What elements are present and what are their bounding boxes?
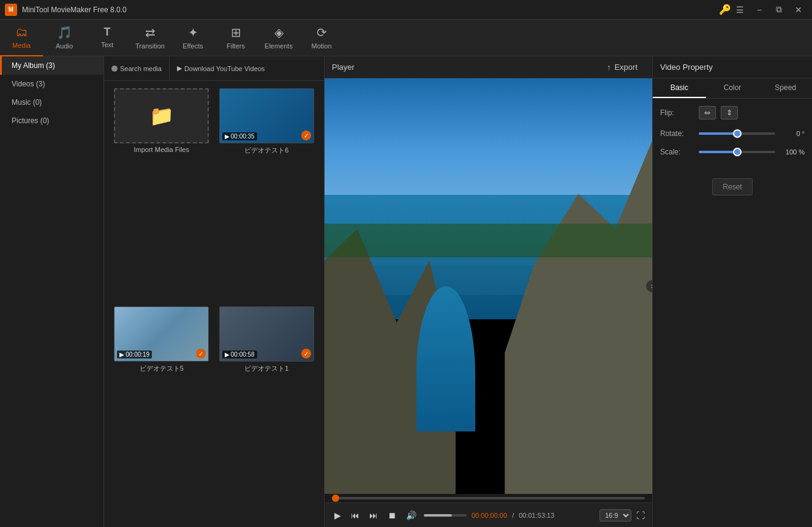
toolbar-filters[interactable]: ⊞ Filters bbox=[214, 20, 257, 56]
left-panel: My Album (3) Videos (3) Music (0) Pictur… bbox=[0, 56, 104, 527]
media-item-video1[interactable]: ▶ 00:00:58 ✓ ビデオテスト1 bbox=[217, 306, 317, 520]
player-controls: ▶ ⏮ ⏭ ⏹ 🔊 00:00:00:00 / 00:01:53:13 16:9… bbox=[325, 502, 652, 527]
scale-slider-container bbox=[699, 151, 775, 153]
flip-label: Flip: bbox=[660, 108, 694, 117]
export-button[interactable]: ↑ Export bbox=[600, 60, 645, 74]
window-controls: ☰ − ⧉ ✕ bbox=[731, 4, 807, 16]
minimize-button[interactable]: − bbox=[751, 4, 768, 16]
fullscreen-button[interactable]: ⛶ bbox=[636, 510, 645, 520]
player-title: Player bbox=[332, 63, 600, 72]
video5-label: ビデオテスト5 bbox=[140, 364, 184, 373]
key-icon: 🔑 bbox=[719, 4, 731, 15]
search-media-button[interactable]: Search media bbox=[104, 56, 169, 80]
export-icon: ↑ bbox=[607, 63, 611, 72]
rotate-slider-fill bbox=[699, 132, 737, 135]
rotate-slider[interactable] bbox=[699, 132, 775, 135]
volume-button[interactable]: 🔊 bbox=[404, 509, 419, 521]
prev-button[interactable]: ⏮ bbox=[348, 509, 362, 521]
sidebar-item-music[interactable]: Music (0) bbox=[0, 93, 103, 112]
flip-vertical-button[interactable]: ⇕ bbox=[721, 106, 738, 119]
player-header: Player ↑ Export bbox=[325, 56, 652, 78]
progress-bar[interactable] bbox=[332, 497, 645, 499]
scale-label: Scale: bbox=[660, 148, 694, 156]
stop-button[interactable]: ⏹ bbox=[385, 509, 399, 521]
close-button[interactable]: ✕ bbox=[790, 4, 807, 16]
export-label: Export bbox=[614, 63, 637, 72]
toolbar-elements[interactable]: ◈ Elements bbox=[257, 20, 300, 56]
toolbar-effects[interactable]: ✦ Effects bbox=[171, 20, 214, 56]
restore-button[interactable]: ⧉ bbox=[770, 4, 788, 16]
scale-slider-handle[interactable] bbox=[733, 148, 742, 156]
toolbar-audio-label: Audio bbox=[56, 42, 73, 50]
toolbar-text[interactable]: T Text bbox=[86, 20, 129, 56]
flip-horizontal-button[interactable]: ⇔ bbox=[699, 106, 716, 119]
right-panel: Video Property Basic Color Speed Flip: ⇔… bbox=[653, 56, 812, 527]
text-icon: T bbox=[104, 26, 111, 39]
media-item-video6[interactable]: ▶ 00:00:35 ✓ ビデオテスト6 bbox=[217, 88, 317, 301]
download-icon: ▶ bbox=[177, 64, 182, 72]
toolbar-media[interactable]: 🗂 Media bbox=[0, 20, 43, 56]
video5-thumb: ▶ 00:00:19 ✓ bbox=[114, 306, 209, 362]
aspect-ratio-select[interactable]: 16:9 4:3 1:1 9:16 bbox=[600, 509, 631, 521]
titlebar: M MiniTool MovieMaker Free 8.0.0 🔑 ☰ − ⧉… bbox=[0, 0, 812, 20]
flip-row: Flip: ⇔ ⇕ bbox=[660, 106, 805, 119]
rotate-slider-handle[interactable] bbox=[733, 129, 742, 138]
video1-duration: ▶ 00:00:58 bbox=[222, 351, 257, 358]
import-thumb[interactable]: 📁 bbox=[114, 88, 209, 143]
search-dot-icon bbox=[111, 66, 118, 72]
audio-icon: 🎵 bbox=[57, 25, 72, 40]
media-item-video5[interactable]: ▶ 00:00:19 ✓ ビデオテスト5 bbox=[111, 306, 212, 520]
progress-container[interactable] bbox=[325, 494, 652, 502]
play-button[interactable]: ▶ bbox=[332, 509, 344, 521]
progress-handle[interactable] bbox=[332, 495, 339, 502]
player-panel: Player ↑ Export › bbox=[325, 56, 653, 527]
toolbar-elements-label: Elements bbox=[265, 42, 293, 50]
toolbar: 🗂 Media 🎵 Audio T Text ⇄ Transition ✦ Ef… bbox=[0, 20, 812, 56]
property-body: Flip: ⇔ ⇕ Rotate: 0 ° Scale: bbox=[653, 99, 812, 203]
motion-icon: ⟳ bbox=[317, 25, 327, 40]
sidebar-item-videos[interactable]: Videos (3) bbox=[0, 75, 103, 93]
tab-color[interactable]: Color bbox=[706, 78, 759, 98]
import-label: Import Media Files bbox=[134, 146, 189, 153]
sidebar-my-album-label: My Album (3) bbox=[12, 61, 55, 70]
scale-row: Scale: 100 % bbox=[660, 148, 805, 156]
reset-button[interactable]: Reset bbox=[712, 178, 752, 195]
scale-slider[interactable] bbox=[699, 151, 775, 153]
scale-slider-fill bbox=[699, 151, 737, 153]
rotate-value: 0 ° bbox=[780, 130, 805, 137]
toolbar-motion[interactable]: ⟳ Motion bbox=[300, 20, 343, 56]
download-label: Download YouTube Videos bbox=[184, 65, 265, 72]
video6-duration: ▶ 00:00:35 bbox=[222, 132, 257, 140]
tab-speed[interactable]: Speed bbox=[759, 78, 812, 98]
filters-icon: ⊞ bbox=[231, 25, 241, 40]
download-youtube-button[interactable]: ▶ Download YouTube Videos bbox=[169, 56, 273, 80]
media-panel: Search media ▶ Download YouTube Videos 📁… bbox=[104, 56, 325, 527]
import-media-item[interactable]: 📁 Import Media Files bbox=[111, 88, 212, 301]
video5-duration: ▶ 00:00:19 bbox=[117, 351, 152, 358]
sidebar-item-pictures[interactable]: Pictures (0) bbox=[0, 112, 103, 130]
toolbar-text-label: Text bbox=[101, 41, 113, 48]
video1-label: ビデオテスト1 bbox=[244, 364, 288, 373]
toolbar-media-label: Media bbox=[12, 42, 31, 49]
tab-basic[interactable]: Basic bbox=[653, 78, 706, 98]
video-icon-small2: ▶ bbox=[119, 351, 124, 358]
video1-check: ✓ bbox=[301, 349, 311, 358]
toolbar-transition[interactable]: ⇄ Transition bbox=[129, 20, 171, 56]
reset-area: Reset bbox=[660, 178, 805, 195]
rotate-label: Rotate: bbox=[660, 129, 694, 138]
next-button[interactable]: ⏭ bbox=[367, 509, 380, 521]
toolbar-audio[interactable]: 🎵 Audio bbox=[43, 20, 86, 56]
time-separator: / bbox=[512, 512, 514, 519]
elements-icon: ◈ bbox=[274, 25, 284, 40]
app-title: MiniTool MovieMaker Free 8.0.0 bbox=[22, 6, 719, 14]
volume-bar[interactable] bbox=[424, 514, 467, 517]
folder-icon: 📁 bbox=[149, 104, 174, 127]
media-toolbar: Search media ▶ Download YouTube Videos bbox=[104, 56, 324, 81]
menu-button[interactable]: ☰ bbox=[731, 4, 748, 16]
time-total: 00:01:53:13 bbox=[519, 512, 554, 519]
property-title: Video Property bbox=[653, 56, 812, 78]
sidebar-item-my-album[interactable]: My Album (3) bbox=[0, 56, 103, 75]
rotate-row: Rotate: 0 ° bbox=[660, 129, 805, 138]
video1-thumb: ▶ 00:00:58 ✓ bbox=[219, 306, 314, 362]
video-icon-small: ▶ bbox=[225, 133, 230, 140]
